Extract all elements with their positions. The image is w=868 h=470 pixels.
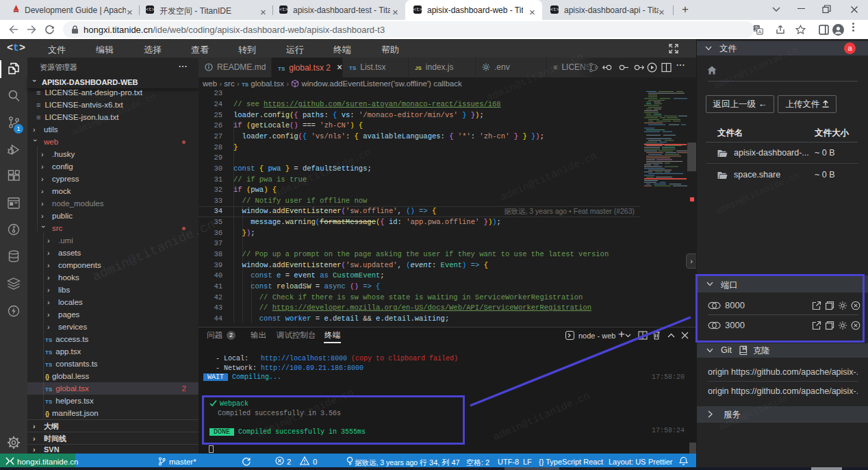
svg-text:A: A xyxy=(758,29,761,35)
